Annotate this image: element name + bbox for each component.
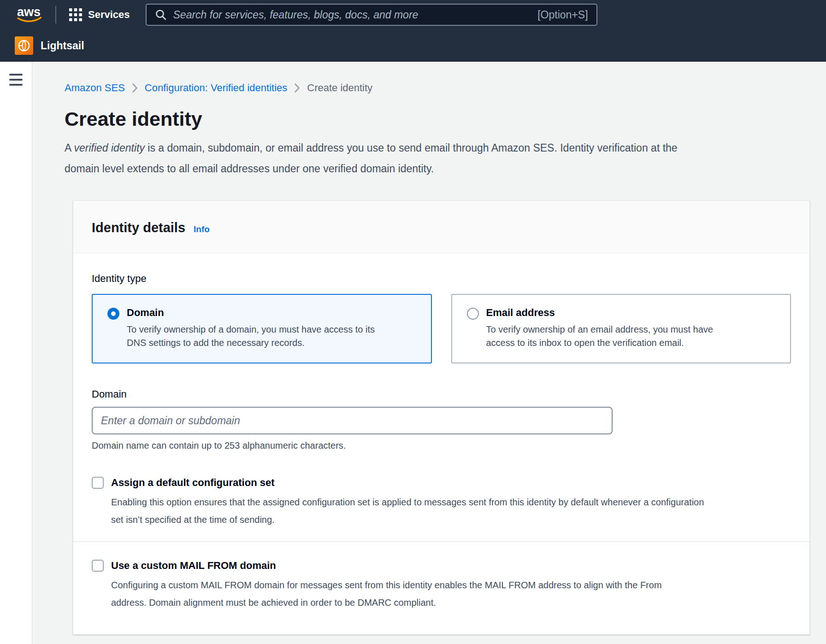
global-search-box[interactable]: [Option+S]: [146, 4, 597, 26]
breadcrumb-link-verified-identities[interactable]: Configuration: Verified identities: [145, 82, 287, 94]
card-header: Identity details Info: [73, 201, 809, 253]
option-title-domain: Domain: [127, 307, 376, 319]
services-label: Services: [88, 9, 130, 21]
aws-logo-text: aws: [17, 5, 41, 19]
lightsail-icon: [15, 36, 33, 55]
radio-button-email-unselected[interactable]: [467, 308, 479, 320]
assign-config-set-description: Enabling this option ensures that the as…: [111, 493, 706, 528]
option-title-email: Email address: [486, 307, 735, 319]
breadcrumb: Amazon SES Configuration: Verified ident…: [65, 82, 810, 94]
keyboard-shortcut-hint: [Option+S]: [537, 9, 588, 21]
hamburger-icon: [9, 74, 23, 76]
verified-identity-term: verified identity: [74, 142, 144, 154]
app-tab-bar: Lightsail: [0, 29, 826, 62]
search-input[interactable]: [173, 9, 531, 21]
page-title: Create identity: [65, 108, 810, 130]
nav-divider: [55, 6, 56, 23]
identity-type-option-domain[interactable]: Domain To verify ownership of a domain, …: [92, 294, 432, 363]
domain-field-group: Domain Domain name can contain up to 253…: [92, 388, 791, 451]
identity-type-tiles: Domain To verify ownership of a domain, …: [92, 294, 791, 363]
breadcrumb-link-amazon-ses[interactable]: Amazon SES: [65, 82, 125, 94]
aws-logo[interactable]: aws: [16, 4, 42, 25]
domain-help-text: Domain name can contain up to 253 alphan…: [92, 440, 791, 451]
checkbox-assign-config-set[interactable]: [92, 477, 104, 489]
assign-config-set-label: Assign a default configuration set: [111, 477, 274, 489]
card-title: Identity details: [92, 220, 185, 235]
grid-icon: [69, 8, 82, 21]
services-menu-button[interactable]: Services: [69, 8, 130, 21]
main-content: Amazon SES Configuration: Verified ident…: [0, 62, 826, 635]
custom-mail-from-description: Configuring a custom MAIL FROM domain fo…: [111, 576, 687, 611]
search-icon: [155, 9, 167, 21]
chevron-right-icon: [132, 83, 138, 93]
option-description-email: To verify ownership of an email address,…: [486, 323, 735, 350]
identity-details-card: Identity details Info Identity type Doma…: [73, 200, 810, 635]
top-navigation: aws Services [Option+S]: [0, 0, 826, 62]
custom-mail-from-checkbox-row[interactable]: Use a custom MAIL FROM domain: [92, 560, 791, 572]
default-config-set-section: Assign a default configuration set Enabl…: [92, 477, 791, 528]
lightsail-tab[interactable]: Lightsail: [15, 36, 84, 55]
custom-mail-from-label: Use a custom MAIL FROM domain: [111, 560, 276, 572]
section-divider: [73, 541, 809, 542]
breadcrumb-current: Create identity: [307, 82, 372, 94]
checkbox-custom-mail-from[interactable]: [92, 560, 104, 572]
identity-type-label: Identity type: [92, 273, 791, 285]
page-description: A verified identity is a domain, subdoma…: [65, 138, 687, 179]
lightsail-label: Lightsail: [41, 40, 84, 52]
domain-input[interactable]: [92, 407, 613, 434]
chevron-right-icon: [294, 83, 300, 93]
identity-type-option-email[interactable]: Email address To verify ownership of an …: [451, 294, 791, 363]
sidebar: [0, 62, 32, 644]
info-link[interactable]: Info: [194, 224, 210, 234]
menu-hamburger-button[interactable]: [9, 74, 23, 86]
mail-from-domain-section: Use a custom MAIL FROM domain Configurin…: [92, 560, 791, 611]
nav-bar-row: aws Services [Option+S]: [0, 0, 826, 29]
card-body: Identity type Domain To verify ownership…: [73, 253, 809, 634]
domain-label: Domain: [92, 388, 127, 400]
assign-config-set-checkbox-row[interactable]: Assign a default configuration set: [92, 477, 791, 489]
radio-button-domain-selected[interactable]: [107, 308, 119, 320]
option-description-domain: To verify ownership of a domain, you mus…: [127, 323, 376, 350]
